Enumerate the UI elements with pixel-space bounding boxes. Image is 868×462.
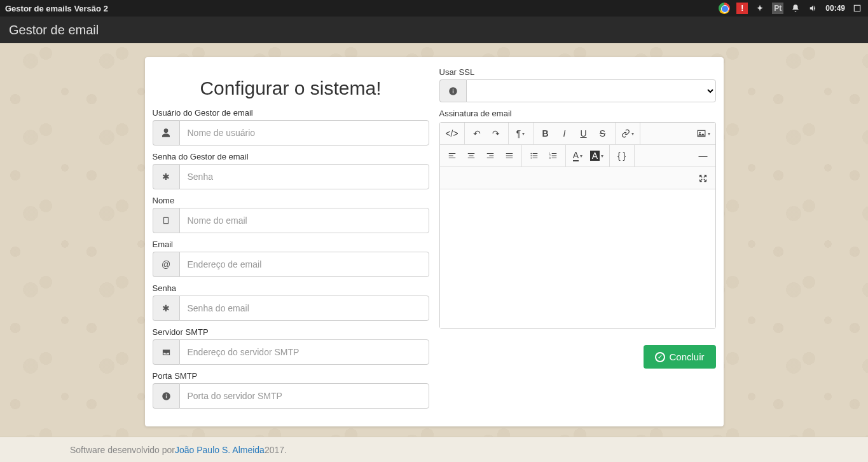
book-icon	[153, 208, 179, 233]
info-icon	[153, 383, 179, 409]
svg-point-12	[530, 155, 532, 156]
info-icon	[439, 79, 466, 102]
email-label: Email	[153, 240, 429, 249]
config-panel: Configurar o sistema! Usuário do Gestor …	[145, 57, 724, 426]
keyboard-layout-icon[interactable]: Pt	[772, 3, 783, 14]
svg-rect-4	[165, 395, 166, 398]
align-center-icon[interactable]	[462, 147, 481, 165]
port-input[interactable]	[179, 383, 429, 409]
window-controls-icon[interactable]	[851, 3, 863, 14]
volume-icon[interactable]	[808, 3, 819, 14]
system-topbar: Gestor de emails Versão 2 ! ✦ Pt 00:49	[0, 0, 868, 17]
svg-rect-0	[854, 5, 860, 11]
list-ol-icon[interactable]: 123	[544, 147, 563, 165]
footer-author-link[interactable]: João Paulo S. Almeida	[175, 445, 265, 455]
code-block-icon[interactable]: { }	[612, 147, 631, 165]
align-left-icon[interactable]	[443, 147, 462, 165]
panel-title: Configurar o sistema!	[153, 78, 429, 99]
check-icon: ✓	[655, 352, 665, 362]
user-input[interactable]	[179, 120, 429, 146]
email-input[interactable]	[179, 252, 429, 277]
bg-color-icon[interactable]: A	[588, 147, 607, 165]
bell-icon[interactable]	[790, 3, 801, 14]
footer-suffix: 2017.	[265, 445, 287, 455]
svg-rect-2	[164, 218, 168, 223]
emailpass-input[interactable]	[179, 296, 429, 321]
svg-text:3: 3	[549, 156, 551, 160]
svg-rect-8	[452, 88, 453, 89]
smtp-label: Servidor SMTP	[153, 327, 429, 337]
submit-label: Concluir	[669, 351, 704, 362]
pass-label: Senha do Gestor de email	[153, 152, 429, 161]
strike-icon[interactable]: S	[593, 125, 612, 142]
svg-point-10	[699, 132, 700, 133]
user-label: Usuário do Gestor de email	[153, 108, 429, 118]
alert-icon[interactable]: !	[736, 3, 748, 14]
app-title: Gestor de email	[9, 23, 99, 37]
link-icon[interactable]	[618, 125, 637, 142]
name-label: Nome	[153, 196, 429, 205]
list-ul-icon[interactable]	[525, 147, 544, 165]
code-view-icon[interactable]: </>	[443, 125, 462, 142]
submit-button[interactable]: ✓ Concluir	[644, 345, 715, 369]
name-input[interactable]	[179, 208, 429, 233]
port-label: Porta SMTP	[153, 371, 429, 381]
redo-icon[interactable]: ↷	[486, 125, 506, 142]
pass-input[interactable]	[179, 164, 429, 189]
paragraph-icon[interactable]: ¶	[511, 125, 530, 142]
svg-rect-5	[165, 393, 166, 394]
inbox-icon	[153, 339, 179, 365]
image-icon[interactable]	[694, 125, 713, 142]
italic-icon[interactable]: I	[555, 125, 574, 142]
svg-point-13	[530, 158, 532, 159]
svg-rect-7	[452, 90, 453, 93]
align-justify-icon[interactable]	[500, 147, 519, 165]
window-title: Gestor de emails Versão 2	[5, 4, 719, 13]
bold-icon[interactable]: B	[536, 125, 555, 142]
smtp-input[interactable]	[179, 339, 429, 365]
rich-text-editor: </> ↶ ↷ ¶ B I U S	[439, 122, 716, 329]
signature-label: Assinatura de email	[439, 109, 716, 118]
footer: Software desenvolvido por João Paulo S. …	[0, 437, 868, 462]
asterisk-icon: ✱	[153, 164, 179, 189]
ssl-label: Usar SSL	[439, 67, 716, 77]
emailpass-label: Senha	[153, 283, 429, 293]
app-header: Gestor de email	[0, 17, 868, 43]
footer-prefix: Software desenvolvido por	[70, 445, 175, 455]
asterisk-icon: ✱	[153, 296, 179, 321]
pin-icon[interactable]: ✦	[754, 3, 766, 14]
editor-content[interactable]	[440, 189, 715, 328]
underline-icon[interactable]: U	[574, 125, 593, 142]
at-icon: @	[153, 252, 179, 277]
fullscreen-icon[interactable]	[694, 169, 713, 187]
hr-icon[interactable]: —	[694, 147, 713, 165]
chrome-icon[interactable]	[719, 3, 730, 14]
align-right-icon[interactable]	[481, 147, 500, 165]
ssl-select[interactable]	[466, 79, 716, 102]
systray: ! ✦ Pt 00:49	[719, 3, 863, 14]
clock[interactable]: 00:49	[825, 4, 845, 13]
user-icon	[153, 120, 179, 146]
undo-icon[interactable]: ↶	[467, 125, 486, 142]
text-color-icon[interactable]: A	[568, 147, 588, 165]
svg-point-11	[530, 153, 532, 154]
